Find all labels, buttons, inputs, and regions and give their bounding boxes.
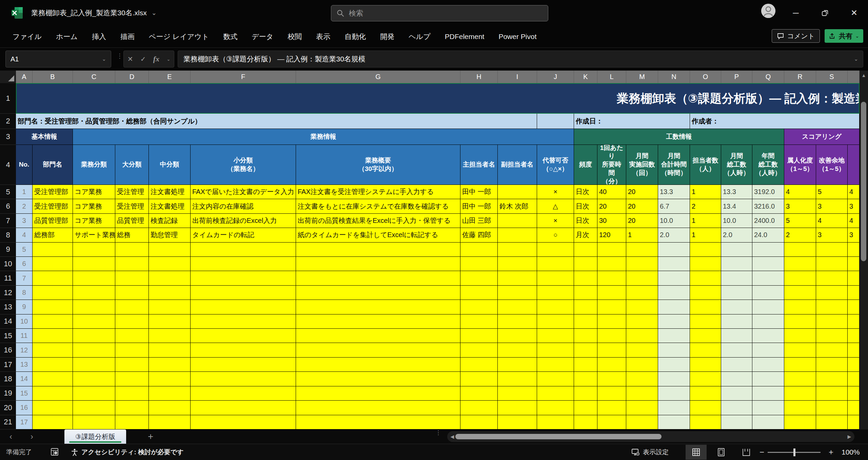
cell-r6-c2[interactable] [33, 257, 73, 271]
cell-no[interactable]: 3 [16, 214, 33, 228]
column-header-G[interactable]: G [296, 71, 460, 83]
cell-no[interactable]: 1 [16, 185, 33, 199]
cell-r13-c10[interactable] [537, 358, 574, 372]
cell-r1-c7[interactable]: FAX注文書を受注管理システムに手入力する [296, 185, 460, 199]
column-header-t[interactable] [848, 71, 860, 83]
column-header-N[interactable]: N [658, 71, 690, 83]
column-title-15[interactable]: 担当者数 （人） [690, 145, 721, 185]
cell-r8-c20[interactable] [848, 286, 860, 300]
cell-r14-c9[interactable] [498, 372, 537, 386]
cell-r10-c19[interactable] [816, 314, 848, 329]
cell-r11-c15[interactable] [690, 329, 721, 343]
cell-r1-c20[interactable]: 4 [848, 185, 860, 199]
cell-r9-c7[interactable] [296, 300, 460, 314]
cell-r5-c14[interactable] [658, 243, 690, 257]
cell-no[interactable]: 13 [16, 358, 33, 372]
cell-r15-c8[interactable] [460, 386, 498, 401]
row-header-13[interactable]: 13 [0, 300, 16, 314]
cell-r1-c11[interactable]: 日次 [574, 185, 597, 199]
cell-r7-c16[interactable] [721, 271, 752, 285]
column-title-13[interactable]: 月間 実施回数 （回） [626, 145, 658, 185]
cell-r1-c15[interactable]: 1 [690, 185, 721, 199]
cell-r9-c16[interactable] [721, 300, 752, 314]
cell-r14-c17[interactable] [752, 372, 784, 386]
row-header-19[interactable]: 19 [0, 386, 16, 401]
cell-r2-c18[interactable]: 3 [784, 199, 816, 213]
cell-r4-c13[interactable]: 1 [626, 228, 658, 242]
cell-r4-c12[interactable]: 120 [597, 228, 626, 242]
row-header-6[interactable]: 6 [0, 199, 16, 213]
cell-department[interactable]: 部門名：受注管理部・品質管理部・総務部（合同サンプル） [16, 114, 537, 129]
cell-r2-c13[interactable]: 20 [626, 199, 658, 213]
cell-r12-c19[interactable] [816, 343, 848, 357]
cell-r15-c7[interactable] [296, 386, 460, 401]
cell-r5-c15[interactable] [690, 243, 721, 257]
cell-r7-c15[interactable] [690, 271, 721, 285]
column-title-14[interactable]: 月間 合計時間 （時間） [658, 145, 690, 185]
cell-r16-c5[interactable] [149, 401, 191, 415]
cell-r5-c19[interactable] [816, 243, 848, 257]
cell-r9-c10[interactable] [537, 300, 574, 314]
cell-r2-c11[interactable]: 日次 [574, 199, 597, 213]
cell-r2-c3[interactable]: コア業務 [73, 199, 115, 213]
cell-r17-c11[interactable] [574, 415, 597, 429]
cell-r12-c14[interactable] [658, 343, 690, 357]
cell-r3-c3[interactable]: コア業務 [73, 214, 115, 228]
cell-r10-c13[interactable] [626, 314, 658, 329]
ribbon-tab[interactable]: 数式 [216, 26, 244, 47]
cell-r15-c15[interactable] [690, 386, 721, 401]
cell-r6-c11[interactable] [574, 257, 597, 271]
cell-r3-c6[interactable]: 出荷前検査記録のExcel入力 [191, 214, 296, 228]
cell-r11-c2[interactable] [33, 329, 73, 343]
cell-r9-c9[interactable] [498, 300, 537, 314]
cell-r16-c9[interactable] [498, 401, 537, 415]
cell-no[interactable]: 8 [16, 286, 33, 300]
cell-r9-c8[interactable] [460, 300, 498, 314]
cell-meta-blank[interactable] [537, 114, 574, 129]
cell-r12-c16[interactable] [721, 343, 752, 357]
cell-r6-c13[interactable] [626, 257, 658, 271]
cell-r17-c9[interactable] [498, 415, 537, 429]
cell-r13-c16[interactable] [721, 358, 752, 372]
cell-r7-c5[interactable] [149, 271, 191, 285]
cell-r10-c17[interactable] [752, 314, 784, 329]
cell-r12-c5[interactable] [149, 343, 191, 357]
cell-r1-c14[interactable]: 13.3 [658, 185, 690, 199]
cell-r10-c12[interactable] [597, 314, 626, 329]
cell-r5-c5[interactable] [149, 243, 191, 257]
cell-r14-c2[interactable] [33, 372, 73, 386]
cell-r4-c14[interactable]: 2.0 [658, 228, 690, 242]
cell-r1-c10[interactable]: × [537, 185, 574, 199]
cell-r14-c14[interactable] [658, 372, 690, 386]
cell-r3-c10[interactable]: × [537, 214, 574, 228]
cell-r16-c4[interactable] [115, 401, 149, 415]
cell-r3-c2[interactable]: 品質管理部 [33, 214, 73, 228]
cell-r17-c4[interactable] [115, 415, 149, 429]
cell-r3-c11[interactable]: 日次 [574, 214, 597, 228]
ribbon-tab[interactable]: 自動化 [337, 26, 373, 47]
cell-r13-c4[interactable] [115, 358, 149, 372]
cell-r17-c17[interactable] [752, 415, 784, 429]
zoom-slider-thumb[interactable] [793, 448, 795, 456]
cell-r8-c13[interactable] [626, 286, 658, 300]
column-header-M[interactable]: M [626, 71, 658, 83]
cell-r17-c6[interactable] [191, 415, 296, 429]
cell-r7-c8[interactable] [460, 271, 498, 285]
cell-no[interactable]: 15 [16, 386, 33, 401]
cell-r1-c18[interactable]: 4 [784, 185, 816, 199]
cell-r12-c8[interactable] [460, 343, 498, 357]
cell-r12-c9[interactable] [498, 343, 537, 357]
cell-r16-c20[interactable] [848, 401, 860, 415]
cell-r15-c11[interactable] [574, 386, 597, 401]
cell-r15-c10[interactable] [537, 386, 574, 401]
cell-r6-c14[interactable] [658, 257, 690, 271]
cell-r9-c4[interactable] [115, 300, 149, 314]
page-layout-view-button[interactable] [711, 445, 732, 460]
cell-r12-c13[interactable] [626, 343, 658, 357]
cell-r15-c4[interactable] [115, 386, 149, 401]
cell-r17-c10[interactable] [537, 415, 574, 429]
cell-r7-c11[interactable] [574, 271, 597, 285]
column-title-5[interactable]: 中分類 [149, 145, 191, 185]
cell-r14-c5[interactable] [149, 372, 191, 386]
cell-r7-c6[interactable] [191, 271, 296, 285]
